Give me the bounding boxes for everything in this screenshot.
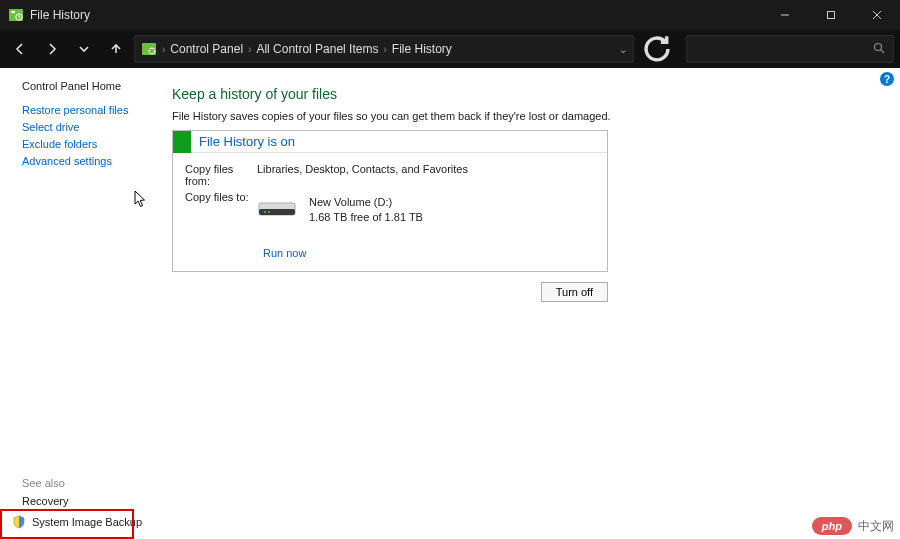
control-panel-home-link[interactable]: Control Panel Home (22, 80, 170, 92)
sidebar-link-restore-personal-files[interactable]: Restore personal files (22, 104, 170, 116)
turn-off-button[interactable]: Turn off (541, 282, 608, 302)
page-description: File History saves copies of your files … (172, 110, 876, 122)
file-history-app-icon (8, 7, 24, 23)
watermark-text: 中文网 (858, 518, 894, 535)
search-box[interactable] (686, 35, 894, 63)
drive-icon (257, 197, 297, 221)
maximize-button[interactable] (808, 0, 854, 30)
copy-to-label: Copy files to: (185, 191, 257, 225)
sidebar: Control Panel Home Restore personal file… (0, 68, 170, 539)
page-heading: Keep a history of your files (172, 86, 876, 102)
see-also-heading: See also (22, 477, 170, 489)
svg-point-9 (875, 43, 882, 50)
svg-rect-1 (11, 11, 15, 13)
run-now-link[interactable]: Run now (263, 247, 306, 259)
copy-from-value: Libraries, Desktop, Contacts, and Favori… (257, 163, 595, 187)
sidebar-link-exclude-folders[interactable]: Exclude folders (22, 138, 170, 150)
drive-name: New Volume (D:) (309, 195, 423, 210)
back-button[interactable] (6, 35, 34, 63)
breadcrumb-item[interactable]: File History (392, 42, 452, 56)
address-bar[interactable]: › Control Panel › All Control Panel Item… (134, 35, 634, 63)
status-indicator-icon (173, 131, 191, 153)
address-dropdown-button[interactable]: ⌄ (619, 44, 627, 55)
sidebar-link-advanced-settings[interactable]: Advanced settings (22, 155, 170, 167)
window-titlebar: File History (0, 0, 900, 30)
sidebar-link-recovery[interactable]: Recovery (22, 495, 170, 507)
chevron-right-icon: › (162, 44, 165, 55)
refresh-button[interactable] (640, 35, 674, 63)
search-icon (873, 42, 885, 57)
minimize-button[interactable] (762, 0, 808, 30)
breadcrumb-item[interactable]: Control Panel (170, 42, 243, 56)
sidebar-item-label: System Image Backup (32, 516, 142, 528)
window-title: File History (30, 8, 90, 22)
recent-dropdown-button[interactable] (70, 35, 98, 63)
up-button[interactable] (102, 35, 130, 63)
watermark: php 中文网 (812, 517, 894, 535)
sidebar-link-select-drive[interactable]: Select drive (22, 121, 170, 133)
chevron-right-icon: › (248, 44, 251, 55)
close-button[interactable] (854, 0, 900, 30)
nav-toolbar: › Control Panel › All Control Panel Item… (0, 30, 900, 68)
svg-line-10 (881, 50, 884, 53)
file-history-breadcrumb-icon (141, 41, 157, 57)
svg-rect-4 (828, 12, 835, 19)
svg-point-14 (268, 211, 270, 213)
forward-button[interactable] (38, 35, 66, 63)
chevron-right-icon: › (383, 44, 386, 55)
shield-icon (12, 515, 26, 529)
breadcrumb-item[interactable]: All Control Panel Items (256, 42, 378, 56)
sidebar-link-system-image-backup[interactable]: System Image Backup (8, 513, 170, 531)
watermark-brand: php (812, 517, 852, 535)
main-panel: Keep a history of your files File Histor… (170, 68, 900, 539)
status-title: File History is on (199, 134, 295, 149)
copy-from-label: Copy files from: (185, 163, 257, 187)
drive-space: 1.68 TB free of 1.81 TB (309, 210, 423, 225)
svg-point-13 (264, 211, 266, 213)
status-box: File History is on Copy files from: Libr… (172, 130, 608, 272)
help-button[interactable]: ? (880, 72, 894, 86)
